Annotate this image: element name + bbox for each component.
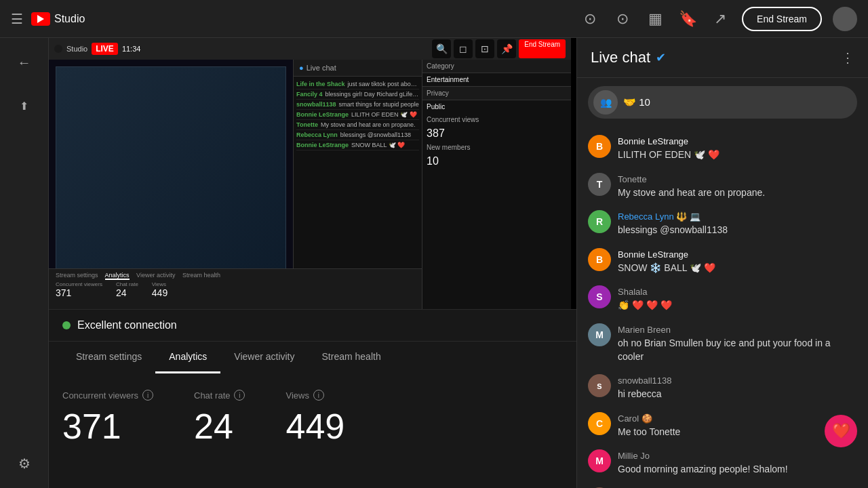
metric-concurrent-viewers: Concurrent viewers i 371 xyxy=(62,390,153,472)
msg-username: Marien Breen xyxy=(618,325,671,335)
msg-content: Rebecca Lynn 🔱 💻 blessings @snowball1138 xyxy=(618,210,857,237)
tab-analytics[interactable]: Analytics xyxy=(155,342,220,373)
stream-left-panel: Studio LIVE 11:34 🔍 ◻ ⊡ 📌 End Stream xyxy=(49,38,571,309)
msg-content: Bonnie LeStrange SNOW ❄️ BALL 🕊️ ❤️ xyxy=(618,248,857,275)
msg-content: Shalala 👏 ❤️ ❤️ ❤️ xyxy=(618,285,857,312)
member-avatar: 👥 xyxy=(593,90,618,115)
msg-avatar: M xyxy=(588,323,611,346)
connection-text: Excellent connection xyxy=(77,319,177,331)
analytics-metrics: Concurrent viewers i 371 Chat rate i 24 … xyxy=(49,373,576,488)
msg-username: snowball1138 xyxy=(618,375,672,386)
msg-content: Marien Breen oh no Brian Smullen buy ice… xyxy=(618,323,857,363)
msg-avatar: S xyxy=(588,285,611,308)
youtube-logo: Studio xyxy=(31,12,85,26)
chat-message: B Bonnie LeStrange LILITH OF EDEN 🕊️ ❤️ xyxy=(577,129,868,167)
members-badge[interactable]: 👥 🤝 10 xyxy=(588,86,857,119)
tab-stream-settings[interactable]: Stream settings xyxy=(62,342,155,373)
msg-avatar: M xyxy=(588,449,611,472)
msg-avatar: B xyxy=(588,135,611,158)
msg-avatar: s xyxy=(588,374,611,397)
end-stream-button[interactable]: End Stream xyxy=(742,7,822,31)
header: ☰ Studio ⊙ ⊙ ▦ 🔖 ↗ End Stream xyxy=(0,0,868,38)
msg-avatar: R xyxy=(588,210,611,233)
msg-text: 👏 ❤️ ❤️ ❤️ xyxy=(618,299,857,312)
member-count: 🤝 10 xyxy=(623,96,650,108)
metric-label: Views i xyxy=(285,390,344,401)
user-avatar[interactable] xyxy=(833,7,857,31)
metric-value: 371 xyxy=(62,406,153,447)
msg-content: Millie Jo Good morning amazing people! S… xyxy=(618,449,857,476)
metric-value: 24 xyxy=(194,406,245,447)
chat-header: Live chat ✔ ⋮ xyxy=(577,38,868,78)
stream-screenshot: Studio LIVE 11:34 🔍 ◻ ⊡ 📌 End Stream xyxy=(49,38,571,309)
msg-avatar: T xyxy=(588,173,611,196)
msg-username: Shalala xyxy=(618,287,647,297)
center-content: Studio LIVE 11:34 🔍 ◻ ⊡ 📌 End Stream xyxy=(49,38,576,488)
tab-viewer-activity[interactable]: Viewer activity xyxy=(220,342,308,373)
studio-text: Studio xyxy=(54,13,85,25)
chat-message: S Shalala 👏 ❤️ ❤️ ❤️ xyxy=(577,280,868,318)
mini-chat-message: Bonnie LeStrangeLILITH OF EDEN 🕊️ ❤️ xyxy=(296,110,419,120)
preview-btn-2[interactable]: ◻ xyxy=(454,39,473,58)
msg-username: Tonette xyxy=(618,174,647,184)
settings-icon[interactable]: ⚙ xyxy=(11,450,38,477)
end-stream-mini[interactable]: End Stream xyxy=(519,39,566,58)
preview-inner: Studio LIVE 11:34 🔍 ◻ ⊡ 📌 End Stream xyxy=(49,38,571,309)
chat-message: B Bonnie LeStrange SNOW ❄️ BALL 🕊️ ❤️ xyxy=(577,243,868,281)
metric-info-icon[interactable]: i xyxy=(234,390,245,401)
mini-chat-message: TonetteMy stove and heat are on propane. xyxy=(296,120,419,130)
mini-chat-body: Life in the Shackjust saw tiktok post ab… xyxy=(294,77,422,153)
preview-btn-3[interactable]: ⊡ xyxy=(475,39,494,58)
analytics-tabs: Stream settingsAnalyticsViewer activityS… xyxy=(49,341,576,373)
msg-avatar: C xyxy=(588,412,611,435)
bookmark-icon[interactable]: 🔖 xyxy=(677,8,698,30)
yt-icon xyxy=(31,12,50,26)
metric-label: Chat rate i xyxy=(194,390,245,401)
mini-chat-header: ● Live chat xyxy=(294,60,422,77)
back-icon[interactable]: ← xyxy=(11,49,38,76)
chat-message: M Millie Jo Good morning amazing people!… xyxy=(577,444,868,482)
chat-message: R Rebecca Lynn 🔱 💻 blessings @snowball11… xyxy=(577,205,868,243)
chat-message: s snowball1138 hi bonnie xyxy=(577,482,868,488)
mini-stream-content: Category Entertainment Privacy Public Co… xyxy=(49,60,571,309)
header-left: ☰ Studio xyxy=(11,11,579,27)
chat-message: s snowball1138 hi rebecca xyxy=(577,369,868,407)
stream-time: 11:34 xyxy=(122,45,141,53)
preview-btn-4[interactable]: 📌 xyxy=(497,39,516,58)
chat-header-left: Live chat ✔ xyxy=(591,49,666,66)
chat-more-button[interactable]: ⋮ xyxy=(841,49,854,66)
msg-username: Bonnie LeStrange xyxy=(618,136,688,146)
grid-icon[interactable]: ▦ xyxy=(644,8,666,30)
metric-chat-rate: Chat rate i 24 xyxy=(194,390,245,472)
floating-heart[interactable]: ❤️ xyxy=(825,415,857,447)
chat-title: Live chat xyxy=(591,49,650,66)
msg-text: oh no Brian Smullen buy ice and put your… xyxy=(618,337,857,363)
hamburger-icon[interactable]: ☰ xyxy=(11,11,23,27)
left-sidebar: ← ⬆ ⚙ xyxy=(0,38,49,488)
msg-text: hi rebecca xyxy=(618,388,857,401)
mini-chat-message: snowball1138smart things for stupid peop… xyxy=(296,100,419,110)
metric-info-icon[interactable]: i xyxy=(313,390,324,401)
msg-content: snowball1138 hi rebecca xyxy=(618,374,857,401)
mini-chat-message: Fancily 4blessings girl! Day Richard gLi… xyxy=(296,89,419,100)
monetization-icon[interactable]: ⊙ xyxy=(579,8,601,30)
main-content: ← ⬆ ⚙ Studio LIVE 11:34 xyxy=(0,38,868,488)
mini-right: Category Entertainment Privacy Public Co… xyxy=(422,60,571,309)
share-icon[interactable]: ↗ xyxy=(709,8,731,30)
live-badge: LIVE xyxy=(92,43,118,55)
mini-analytics-bar: Stream settings Analytics Viewer activit… xyxy=(49,268,422,309)
mini-chat-message: Life in the Shackjust saw tiktok post ab… xyxy=(296,79,419,89)
metric-info-icon[interactable]: i xyxy=(142,390,153,401)
chat-message: T Tonette My stove and heat are on propa… xyxy=(577,167,868,205)
tab-stream-health[interactable]: Stream health xyxy=(309,342,395,373)
connection-bar: Excellent connection xyxy=(49,309,576,341)
msg-text: My stove and heat are on propane. xyxy=(618,186,857,200)
preview-btn-1[interactable]: 🔍 xyxy=(432,39,451,58)
msg-text: Good morning amazing people! Shalom! xyxy=(618,463,857,476)
export-icon[interactable]: ⬆ xyxy=(11,92,38,119)
header-right: ⊙ ⊙ ▦ 🔖 ↗ End Stream xyxy=(579,7,857,31)
msg-username: Carol 🍪 xyxy=(618,413,652,424)
mini-toolbar: Studio LIVE 11:34 🔍 ◻ ⊡ 📌 End Stream xyxy=(49,38,571,60)
currency-icon[interactable]: ⊙ xyxy=(612,8,633,30)
msg-username: Bonnie LeStrange xyxy=(618,249,688,260)
